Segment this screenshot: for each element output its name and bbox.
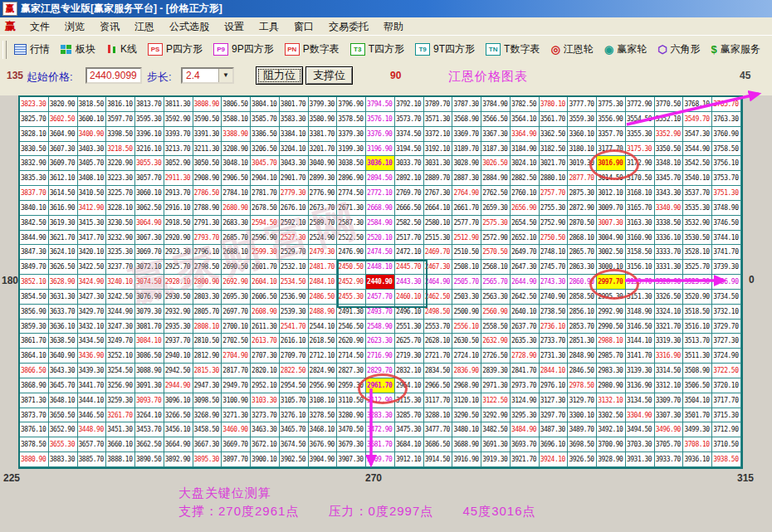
grid-cell: 3655.30 (49, 437, 78, 452)
toolbar-button-T四方形[interactable]: T3T四方形 (346, 41, 408, 58)
grid-cell: 3127.30 (540, 393, 569, 408)
menu-item-文件[interactable]: 文件 (22, 21, 57, 32)
grid-cell: 3782.50 (511, 97, 540, 112)
grid-cell: 3340.90 (655, 201, 684, 216)
grid-cell: 3170.50 (626, 171, 655, 186)
grid-cell: 3784.90 (481, 97, 511, 112)
grid-cell: 3595.30 (135, 112, 164, 127)
start-price-input[interactable] (86, 67, 142, 84)
grid-cell: 3859.30 (20, 320, 49, 334)
menu-item-帮助[interactable]: 帮助 (376, 21, 411, 32)
angle-label-45: 45 (740, 70, 750, 81)
grid-cell: 2992.90 (597, 305, 626, 320)
toolbar-button-P数字表[interactable]: PNP数字表 (281, 41, 344, 58)
toolbar-button-T数字表[interactable]: TNT数字表 (481, 41, 544, 58)
menu-item-资讯[interactable]: 资讯 (92, 21, 127, 32)
grid-cell: 2532.10 (280, 260, 309, 275)
grid-cell: 2560.90 (481, 305, 511, 320)
grid-cell: 3458.50 (193, 422, 222, 437)
grid-cell: 3110.50 (337, 393, 366, 408)
grid-cell: 3376.90 (366, 127, 395, 142)
grid-cell: 3540.10 (683, 171, 712, 186)
footer-title: 大盘关键位测算 (178, 486, 271, 501)
grid-cell: 3216.10 (135, 142, 164, 157)
grid-cell: 3300.10 (568, 408, 597, 423)
grid-cell: 3482.50 (481, 422, 511, 437)
menu-item-交易委托[interactable]: 交易委托 (321, 21, 376, 32)
grid-cell: 2901.70 (280, 171, 309, 186)
toolbar-button-六角形[interactable]: ⬡六角形 (653, 41, 704, 58)
toolbar-button-9T四方形[interactable]: T99T四方形 (411, 41, 479, 58)
resistance-button[interactable]: 阻力位 (256, 66, 303, 85)
grid-cell: 3280.90 (337, 408, 366, 423)
grid-cell: 3840.10 (20, 201, 49, 216)
grid-cell: 2817.70 (222, 364, 251, 378)
grid-cell: 3621.70 (49, 231, 78, 246)
grid-cell: 3074.50 (135, 275, 164, 290)
menu-item-江恩[interactable]: 江恩 (127, 21, 162, 32)
grid-cell: 2947.30 (193, 378, 222, 393)
grid-cell: 3885.70 (78, 452, 107, 467)
grid-cell: 3753.70 (712, 171, 741, 186)
toolbar-label: T数字表 (504, 42, 540, 56)
menu-item-窗口[interactable]: 窗口 (286, 21, 321, 32)
chevron-down-icon[interactable]: ▼ (218, 69, 232, 82)
menu-item-公式选股[interactable]: 公式选股 (162, 21, 217, 32)
grid-cell: 2676.10 (280, 201, 309, 216)
toolbar-button-江恩轮[interactable]: ◎江恩轮 (546, 41, 597, 58)
grid-cell: 2582.50 (395, 216, 424, 231)
grid-cell: 2858.50 (568, 290, 597, 305)
toolbar-button-9P四方形[interactable]: P99P四方形 (209, 41, 278, 58)
toolbar-button-P四方形[interactable]: PSP四方形 (144, 41, 207, 58)
toolbar-label: 江恩轮 (564, 42, 594, 56)
grid-cell: 2911.30 (164, 171, 193, 186)
step-dropdown[interactable]: 2.4 ▼ (181, 67, 234, 84)
highlighted-cell-270度: 2961.70 (366, 378, 395, 393)
grid-cell: 3290.50 (452, 408, 481, 423)
toolbar: 行情板块K线PSP四方形P99P四方形PNP数字表T3T四方形T99T四方形TN… (0, 35, 772, 64)
grid-cell: 3278.50 (309, 408, 338, 423)
toolbar-button-赢家服务[interactable]: $赢家服务 (706, 41, 764, 58)
grid-cell: 2493.70 (366, 305, 395, 320)
grid-cell: 2496.10 (395, 305, 424, 320)
control-bar: 135 起始价格: 步长: 2.4 ▼ 阻力位 支撑位 90 江恩价格图表 45 (0, 63, 772, 95)
grid-cell: 2661.70 (452, 201, 481, 216)
menu-item-浏览[interactable]: 浏览 (57, 21, 92, 32)
start-price-label: 起始价格: (27, 70, 73, 85)
grid-cell: 3508.90 (683, 364, 712, 378)
toolbar-button-板块[interactable]: 板块 (56, 41, 100, 58)
grid-cell: 3064.90 (135, 216, 164, 231)
grid-cell: 2740.90 (540, 290, 569, 305)
grid-cell: 2844.10 (540, 364, 569, 378)
grid-cell: 3640.90 (49, 349, 78, 364)
grid-cell: 3218.50 (106, 142, 135, 157)
grid-cell: 2745.70 (540, 260, 569, 275)
grid-cell: 3535.30 (683, 201, 712, 216)
grid-cell: 3201.70 (309, 142, 338, 157)
grid-cell: 3249.70 (106, 334, 135, 349)
grid-cell: 3806.50 (222, 97, 251, 112)
grid-cell: 2863.30 (568, 260, 597, 275)
grid-cell: 3523.30 (683, 275, 712, 290)
grid-cell: 3148.90 (626, 305, 655, 320)
toolbar-button-赢家轮[interactable]: ◉赢家轮 (600, 41, 651, 58)
menu-item-设置[interactable]: 设置 (217, 21, 252, 32)
toolbar-button-K线[interactable]: K线 (102, 41, 141, 58)
pressure-level-text-2: 45度3016点 (462, 504, 535, 518)
grid-cell: 3626.50 (49, 260, 78, 275)
grid-cell: 3864.10 (20, 349, 49, 364)
menu-item-工具[interactable]: 工具 (252, 21, 286, 32)
grid-cell: 3415.30 (78, 216, 107, 231)
menu-bar: 赢 文件浏览资讯江恩公式选股设置工具窗口交易委托帮助 (0, 17, 772, 36)
p9-square-icon: P9 (213, 43, 228, 56)
grid-cell: 2870.50 (568, 216, 597, 231)
grid-cell: 3744.10 (712, 231, 741, 246)
grid-cell: 2452.90 (337, 275, 366, 290)
grid-cell: 2712.10 (309, 349, 338, 364)
grid-cell: 3266.50 (164, 408, 193, 423)
grid-cell: 3237.70 (106, 260, 135, 275)
grid-cell: 3686.50 (424, 437, 453, 452)
toolbar-button-行情[interactable]: 行情 (10, 41, 54, 58)
support-button[interactable]: 支撑位 (305, 66, 353, 85)
grid-cell: 2983.30 (597, 364, 626, 378)
